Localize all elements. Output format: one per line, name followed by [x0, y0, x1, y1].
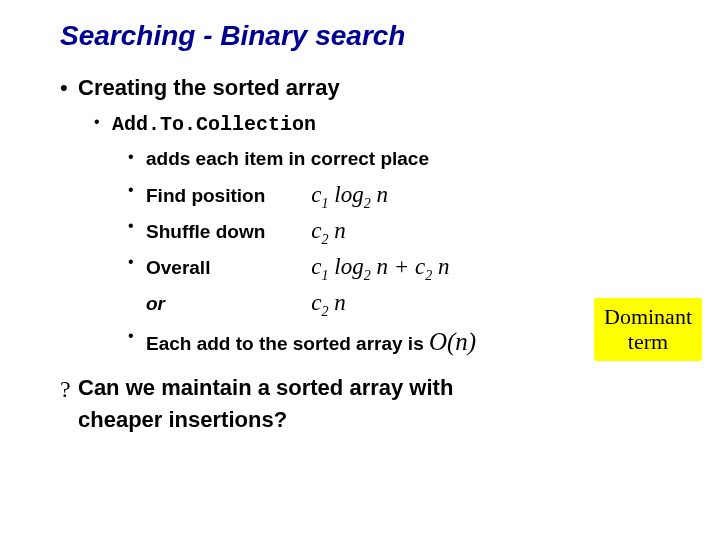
each-add-pre: Each add to the sorted array is: [146, 333, 429, 354]
label-or: or: [146, 290, 306, 318]
formula: c2 n: [311, 290, 345, 315]
bullet-creating-sorted-array: • Creating the sorted array: [60, 72, 670, 104]
bullet-dot-icon: •: [128, 324, 146, 347]
bullet-or: • or c2 n: [128, 286, 670, 322]
bullet-text: Creating the sorted array: [78, 72, 340, 104]
bullet-find-position: • Find position c1 log2 n: [128, 178, 670, 214]
callout-line1: Dominant: [604, 304, 692, 329]
dominant-term-callout: Dominant term: [594, 298, 702, 361]
bullet-text: Add.To.Collection: [112, 110, 316, 139]
bullet-group: Find position c1 log2 n: [146, 178, 388, 214]
bullet-dot-icon: •: [60, 72, 78, 104]
formula: c1 log2 n: [311, 182, 388, 207]
bullet-text: Each add to the sorted array is O(n): [146, 324, 476, 360]
bullet-overall: • Overall c1 log2 n + c2 n: [128, 250, 670, 286]
bullet-dot-icon: •: [94, 110, 112, 133]
bullet-dot-icon: •: [128, 145, 146, 168]
bullet-dot-icon: •: [128, 178, 146, 201]
question-mark-icon: ?: [60, 372, 78, 407]
formula: c1 log2 n + c2 n: [311, 254, 449, 279]
formula: c2 n: [311, 218, 345, 243]
label: Overall: [146, 254, 306, 282]
slide-title: Searching - Binary search: [60, 20, 670, 52]
bullet-add-to-collection: • Add.To.Collection: [94, 110, 670, 139]
bullet-dot-icon: •: [128, 214, 146, 237]
bullet-each-add: • Each add to the sorted array is O(n): [128, 324, 670, 360]
question-row: ? Can we maintain a sorted array with ch…: [60, 372, 670, 436]
bullet-group: Overall c1 log2 n + c2 n: [146, 250, 449, 286]
bullet-group: Shuffle down c2 n: [146, 214, 346, 250]
bullet-group: or c2 n: [146, 286, 346, 322]
callout-line2: term: [628, 329, 668, 354]
label: Shuffle down: [146, 218, 306, 246]
bullet-text: adds each item in correct place: [146, 145, 429, 173]
big-o-notation: O(n): [429, 328, 476, 355]
label: Find position: [146, 182, 306, 210]
bullet-dot-icon: •: [128, 250, 146, 273]
question-text: Can we maintain a sorted array with chea…: [78, 372, 508, 436]
bullet-adds-each-item: • adds each item in correct place: [128, 145, 670, 173]
bullet-shuffle-down: • Shuffle down c2 n: [128, 214, 670, 250]
